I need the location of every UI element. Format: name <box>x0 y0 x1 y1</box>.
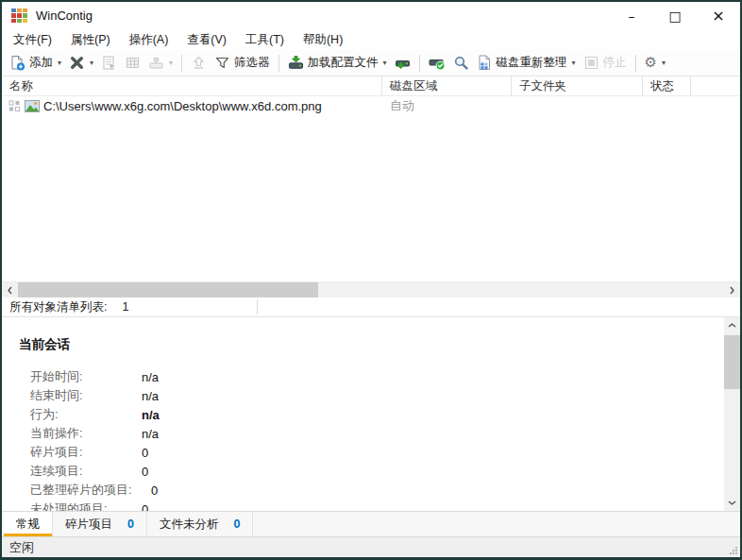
column-header-status[interactable]: 状态 <box>643 76 691 95</box>
maximize-button[interactable]: □ <box>653 2 697 29</box>
list-empty-space <box>2 115 740 281</box>
session-field-row: 结束时间: n/a <box>2 386 724 405</box>
menu-file[interactable]: 文件(F) <box>4 29 61 50</box>
object-count-bar: 所有对象清单列表: 1 <box>2 297 740 317</box>
session-field-row: 行为: n/a <box>2 405 724 424</box>
field-label: 行为: <box>30 406 142 423</box>
menu-properties[interactable]: 属性(P) <box>61 29 120 50</box>
field-value: n/a <box>142 427 159 441</box>
session-field-row: 开始时间: n/a <box>2 367 724 386</box>
stop-label: 停止 <box>603 55 627 71</box>
field-label: 开始时间: <box>30 368 142 385</box>
filter-button[interactable]: 筛选器 <box>211 53 274 73</box>
field-value: n/a <box>142 370 159 384</box>
toolbar-separator <box>181 55 182 72</box>
tab-files-not-analyzed[interactable]: 文件未分析 0 <box>147 512 253 536</box>
field-label: 碎片项目: <box>30 444 142 461</box>
add-dropdown-caret[interactable]: ▾ <box>58 59 61 67</box>
defragment-caret[interactable]: ▾ <box>572 59 576 67</box>
menu-tools[interactable]: 工具(T) <box>236 29 294 50</box>
analyze-button[interactable] <box>449 53 473 73</box>
title-bar: WinContig – □ × <box>2 2 740 29</box>
remove-x-icon <box>69 55 85 71</box>
vertical-scrollbar[interactable] <box>724 317 740 511</box>
add-file-icon <box>9 55 25 71</box>
toolbar-separator <box>419 55 420 72</box>
field-value: 0 <box>142 465 148 479</box>
horizontal-scrollbar[interactable] <box>2 281 740 297</box>
chevron-down-icon <box>727 500 737 506</box>
load-profile-button[interactable]: 加载配置文件 ▾ <box>284 53 391 73</box>
defragment-button[interactable]: 磁盘重新整理 ▾ <box>473 53 580 73</box>
toolbar: 添加 ▾ ▾ <box>2 50 740 76</box>
column-header-name[interactable]: 名称 <box>2 76 382 95</box>
column-header-filler <box>691 76 740 95</box>
move-top-arrow-icon <box>191 55 207 71</box>
tab-label: 碎片项目 <box>65 517 112 533</box>
file-list-area: 名称 磁盘区域 子文件夹 状态 C:\Users\www.x6g.com <box>2 76 740 281</box>
column-header-subfolders[interactable]: 子文件夹 <box>512 76 643 95</box>
vertical-scroll-thumb[interactable] <box>724 335 740 389</box>
session-content: 当前会话 开始时间: n/a 结束时间: n/a 行为: n/a 当前操作: n… <box>2 317 724 511</box>
image-file-icon <box>25 100 40 112</box>
field-label: 当前操作: <box>30 425 142 442</box>
field-value: 0 <box>142 502 148 512</box>
add-button-label: 添加 <box>29 55 53 71</box>
move-top-button <box>187 53 211 73</box>
tab-fragmented-items[interactable]: 碎片项目 0 <box>53 512 147 536</box>
session-field-row: 连续项目: 0 <box>2 462 724 481</box>
check-drive-button[interactable] <box>425 53 449 73</box>
load-profile-caret[interactable]: ▾ <box>383 59 387 67</box>
scroll-down-arrow[interactable] <box>724 495 740 511</box>
drive-stamp-icon <box>148 55 164 71</box>
remove-dropdown-caret[interactable]: ▾ <box>90 59 93 67</box>
chevron-right-icon <box>729 285 735 296</box>
scroll-left-arrow[interactable] <box>2 282 18 297</box>
menu-actions[interactable]: 操作(A) <box>120 29 178 50</box>
tab-label: 文件未分析 <box>160 517 219 533</box>
stamp-dropdown-caret: ▾ <box>169 59 173 67</box>
menu-view[interactable]: 查看(V) <box>177 29 236 50</box>
session-field-row: 未处理的项目: 0 <box>2 500 724 511</box>
session-field-row: 碎片项目: 0 <box>2 443 724 462</box>
horizontal-scroll-thumb[interactable] <box>18 282 318 297</box>
save-profile-button[interactable] <box>391 53 414 73</box>
chevron-up-icon <box>727 322 737 329</box>
column-header-disk-zone[interactable]: 磁盘区域 <box>382 76 512 95</box>
field-value: n/a <box>142 389 159 403</box>
tab-count-badge: 0 <box>127 518 134 531</box>
menu-help[interactable]: 帮助(H) <box>294 29 352 50</box>
remove-button[interactable]: ▾ <box>65 53 97 73</box>
chevron-left-icon <box>7 285 13 296</box>
magnifier-icon <box>453 55 469 71</box>
settings-button[interactable]: ⚙ ▾ <box>641 54 669 72</box>
status-text: 空闲 <box>9 539 34 556</box>
stop-button: 停止 <box>580 53 631 73</box>
load-profile-label: 加载配置文件 <box>308 55 379 71</box>
drive-check-icon <box>429 55 446 71</box>
bottom-tab-bar: 常规 碎片项目 0 文件未分析 0 <box>2 511 740 536</box>
file-path: C:\Users\www.x6g.com\Desktop\www.x6d.com… <box>43 99 322 113</box>
add-button[interactable]: 添加 ▾ <box>6 53 65 73</box>
tab-count-badge: 0 <box>233 518 240 531</box>
properties-icon <box>101 55 117 71</box>
fragments-icon <box>8 100 21 112</box>
resize-grip-icon[interactable] <box>729 546 738 555</box>
scroll-up-arrow[interactable] <box>724 317 740 333</box>
object-count-label: 所有对象清单列表: <box>9 299 107 315</box>
scroll-right-arrow[interactable] <box>724 282 740 297</box>
field-label: 结束时间: <box>30 387 142 404</box>
grid-view-button <box>121 53 144 73</box>
drive-save-icon <box>395 55 411 71</box>
object-count-value: 1 <box>122 300 128 314</box>
gear-icon: ⚙ <box>645 56 657 70</box>
file-name-cell: C:\Users\www.x6g.com\Desktop\www.x6d.com… <box>2 99 382 113</box>
funnel-icon <box>214 55 230 71</box>
table-row[interactable]: C:\Users\www.x6g.com\Desktop\www.x6d.com… <box>2 96 740 115</box>
field-label: 未处理的项目: <box>30 501 142 511</box>
close-button[interactable]: × <box>697 2 740 29</box>
settings-caret[interactable]: ▾ <box>662 59 666 67</box>
toolbar-separator <box>278 55 279 72</box>
tab-general[interactable]: 常规 <box>4 512 53 536</box>
minimize-button[interactable]: – <box>610 2 653 29</box>
